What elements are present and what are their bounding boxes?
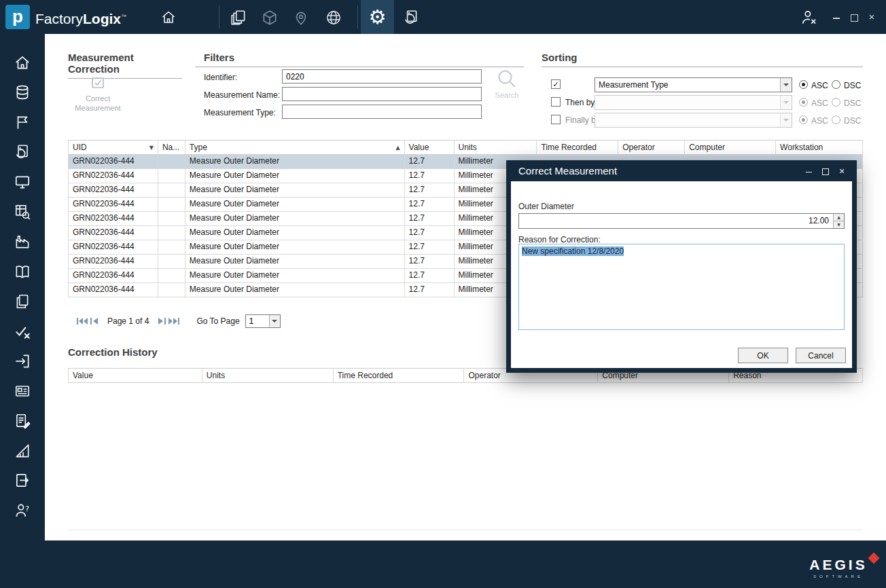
history-column-time-recorded[interactable]: Time Recorded <box>334 369 465 382</box>
sidebar-item-factory[interactable] <box>0 227 45 257</box>
dropdown-arrow-icon[interactable] <box>269 315 280 327</box>
dropdown-arrow-icon[interactable] <box>780 78 792 92</box>
location-pin-icon[interactable] <box>292 9 310 29</box>
brand-title: FactoryLogix™ <box>35 0 126 34</box>
sort-primary-dropdown[interactable]: Measurement Type <box>595 77 792 92</box>
user-logout-icon[interactable] <box>800 9 818 29</box>
table-cell: 12.7 <box>405 283 455 297</box>
correct-measurement-button[interactable]: Correct Measurement <box>69 75 126 113</box>
data-management-icon <box>14 84 31 101</box>
sort-then-dropdown[interactable] <box>595 95 792 110</box>
sidebar-item-receiving[interactable] <box>0 346 45 376</box>
home-icon[interactable] <box>160 9 177 28</box>
column-header-workstation[interactable]: Workstation <box>776 141 863 154</box>
production-flag-icon <box>14 113 31 131</box>
filter-arrow-icon[interactable]: ▼ <box>149 145 154 151</box>
sidebar-item-revisions[interactable] <box>0 137 45 167</box>
correct-measurement-dialog: Correct Measurement × Outer Diameter 12.… <box>506 160 857 373</box>
maximize-button[interactable] <box>849 12 859 22</box>
column-header-value[interactable]: Value <box>405 141 455 154</box>
first-page-icon <box>77 317 88 325</box>
column-header-name[interactable]: Na... <box>158 141 185 154</box>
column-header-units[interactable]: Units <box>455 141 537 154</box>
sort-then-checkbox[interactable] <box>551 97 561 107</box>
column-header-uid[interactable]: UID▼ <box>69 141 158 154</box>
sidebar-item-quality[interactable] <box>0 316 45 346</box>
factory-icon <box>14 233 31 251</box>
sidebar-item-design-tools[interactable] <box>0 436 45 466</box>
sort-finally-dropdown[interactable] <box>595 113 792 128</box>
outer-diameter-input[interactable]: 12.00 ▲ ▼ <box>518 213 845 229</box>
table-cell: Measure Outer Diameter <box>185 198 405 211</box>
then-by-label: Then by <box>565 98 595 107</box>
sidebar-item-kitting[interactable] <box>0 376 45 406</box>
next-page-button[interactable] <box>156 315 168 327</box>
sidebar-item-data-management[interactable] <box>0 77 45 107</box>
close-button[interactable]: × <box>867 12 876 22</box>
measurement-name-input[interactable] <box>282 87 482 101</box>
sidebar-item-documentation[interactable] <box>0 257 45 287</box>
sort-primary-dsc-radio[interactable] <box>832 80 840 89</box>
sidebar-item-templates[interactable] <box>0 287 45 316</box>
dialog-minimize-button[interactable] <box>805 167 813 175</box>
measurement-type-input[interactable] <box>282 105 482 119</box>
sort-finally-asc-radio[interactable] <box>799 115 808 124</box>
settings-tab-active[interactable]: ⚙ <box>361 0 394 34</box>
spinner-down-icon[interactable]: ▼ <box>834 221 844 228</box>
reason-textarea[interactable]: New specification 12/8/2020 <box>518 244 845 330</box>
history-column-value[interactable]: Value <box>69 369 202 382</box>
minimize-button[interactable] <box>832 12 841 22</box>
sort-primary-value: Measurement Type <box>595 80 780 90</box>
ok-button[interactable]: OK <box>738 348 788 363</box>
app-window: p FactoryLogix™ ⚙ <box>0 0 886 588</box>
dialog-maximize-button[interactable] <box>821 167 830 175</box>
sidebar-item-export-document[interactable] <box>0 466 45 496</box>
gear-icon: ⚙ <box>369 5 387 29</box>
table-cell: Measure Outer Diameter <box>185 155 405 168</box>
topbar-divider <box>357 5 358 29</box>
person-question-icon: ? <box>14 502 31 519</box>
dialog-close-button[interactable]: × <box>838 167 846 175</box>
search-button[interactable]: Search <box>489 68 525 99</box>
table-cell <box>158 155 185 168</box>
sidebar-item-production[interactable] <box>0 107 45 137</box>
first-page-button[interactable] <box>76 315 88 327</box>
sort-finally-dsc-radio[interactable] <box>832 115 840 124</box>
sidebar-item-workstation[interactable] <box>0 167 45 197</box>
table-cell: GRN022036-444 <box>69 169 158 183</box>
sort-primary-checkbox[interactable]: ✓ <box>551 79 561 89</box>
window-controls: × <box>832 0 876 34</box>
column-header-type[interactable]: Type▲ <box>185 141 405 154</box>
globe-icon[interactable] <box>325 9 342 29</box>
history-column-units[interactable]: Units <box>202 369 334 382</box>
identifier-input[interactable] <box>282 69 482 84</box>
sort-then-asc-radio[interactable] <box>799 98 808 107</box>
aegis-logo: AEGIS SOFTWARE <box>806 557 871 578</box>
import-box-icon <box>14 352 31 370</box>
sort-primary-asc-radio[interactable] <box>799 80 808 89</box>
cancel-button[interactable]: Cancel <box>796 348 846 363</box>
sort-finally-checkbox[interactable] <box>551 115 561 124</box>
sidebar-item-data-search[interactable] <box>0 197 45 227</box>
dialog-title-bar[interactable]: Correct Measurement × <box>506 160 857 181</box>
sidebar-item-user-support[interactable]: ? <box>0 496 45 526</box>
table-cell <box>158 240 185 254</box>
measurement-type-label: Measurement Type: <box>204 108 276 117</box>
goto-page-select[interactable]: 1 <box>245 314 281 328</box>
cad-package-icon[interactable] <box>261 9 279 29</box>
last-page-icon <box>169 317 179 325</box>
sidebar-item-home[interactable] <box>0 48 45 77</box>
previous-page-button[interactable] <box>88 315 101 327</box>
table-cell <box>158 283 185 297</box>
column-header-time-recorded[interactable]: Time Recorded <box>537 141 618 154</box>
last-page-button[interactable] <box>168 315 180 327</box>
table-cell: 12.7 <box>405 169 455 183</box>
column-header-computer[interactable]: Computer <box>685 141 776 154</box>
sidebar-item-edit-document[interactable] <box>0 406 45 436</box>
documents-icon[interactable] <box>230 9 247 29</box>
revision-history-icon[interactable] <box>402 9 420 29</box>
pagination: Page 1 of 4 Go To Page 1 <box>76 314 281 329</box>
spinner-up-icon[interactable]: ▲ <box>834 214 844 221</box>
sort-then-dsc-radio[interactable] <box>832 98 840 107</box>
column-header-operator[interactable]: Operator <box>618 141 685 154</box>
